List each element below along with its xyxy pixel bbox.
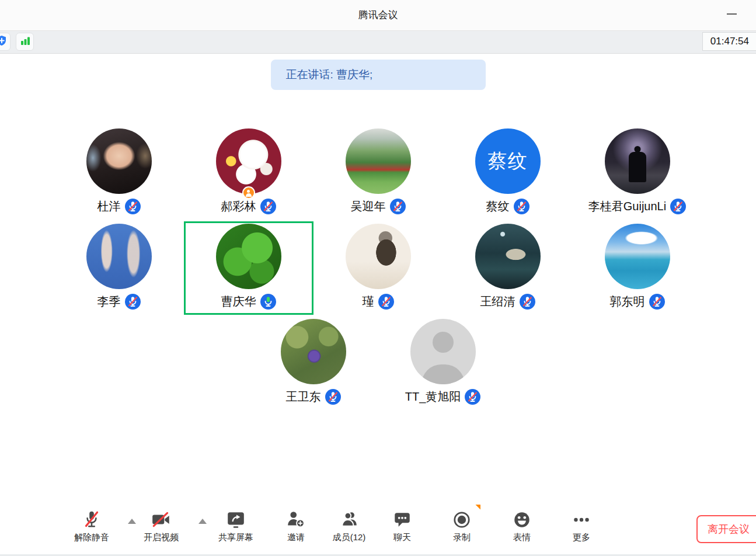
invite-person-plus-icon	[287, 509, 305, 530]
smiley-icon	[513, 509, 531, 530]
title-bar: 腾讯会议	[0, 0, 756, 30]
avatar	[86, 224, 152, 289]
invite-button[interactable]: 邀请	[271, 509, 321, 543]
unmute-label: 解除静音	[74, 532, 109, 543]
participant-tile[interactable]: 杜洋	[54, 126, 184, 220]
name-row: 李桂君GuijunLi	[588, 199, 686, 214]
camera-slash-icon	[151, 509, 172, 530]
name-row: 郝彩林	[221, 199, 276, 214]
participant-tile[interactable]: 瑾	[313, 221, 443, 315]
audio-options-caret-icon[interactable]	[128, 519, 136, 524]
participant-name: 李季	[97, 294, 121, 310]
participant-name: 郭东明	[610, 294, 645, 310]
avatar	[346, 224, 411, 289]
participant-tile[interactable]: 曹庆华	[184, 221, 313, 315]
start-video-button[interactable]: 开启视频	[136, 509, 186, 543]
participant-name: 杜洋	[97, 199, 121, 214]
invite-label: 邀请	[287, 532, 305, 543]
name-row: 李季	[97, 294, 141, 310]
info-strip: 01:47:54	[0, 30, 756, 54]
name-row: 郭东明	[610, 294, 665, 310]
mic-muted-icon	[325, 389, 341, 405]
meeting-window: 腾讯会议 01:47:54 正在讲话: 曹庆华; 杜洋	[0, 0, 756, 556]
maximize-button[interactable]	[749, 0, 756, 27]
signal-bars-icon	[19, 35, 31, 48]
participant-tile[interactable]: 王卫东	[249, 317, 378, 410]
participant-name: 瑾	[363, 294, 374, 310]
mic-muted-icon	[390, 199, 406, 214]
meeting-security-button[interactable]	[0, 33, 11, 51]
participant-name: 王绍清	[480, 294, 515, 310]
participant-tile[interactable]: TT_黄旭阳	[378, 317, 508, 410]
participant-tile[interactable]: 郭东明	[573, 221, 702, 315]
record-label: 录制	[453, 532, 471, 543]
emoji-label: 表情	[513, 532, 531, 543]
mic-muted-icon	[514, 199, 529, 214]
participant-name: 曹庆华	[221, 294, 256, 310]
name-row: 吴迎年	[351, 199, 406, 214]
participant-grid: 杜洋 郝彩林 吴迎年 蔡纹	[0, 126, 756, 410]
avatar: 蔡纹	[475, 128, 541, 194]
mic-muted-icon	[465, 389, 480, 405]
members-label: 成员(12)	[333, 532, 366, 543]
members-button[interactable]: 成员(12)	[324, 509, 374, 543]
leave-meeting-button[interactable]: 离开会议	[696, 515, 756, 543]
record-button[interactable]: NEW 录制	[437, 509, 487, 543]
participant-tile[interactable]: 李季	[54, 221, 184, 315]
avatar	[605, 224, 670, 289]
mic-muted-icon	[125, 294, 141, 310]
avatar	[346, 128, 411, 194]
mic-muted-icon	[520, 294, 535, 310]
participant-row: 杜洋 郝彩林 吴迎年 蔡纹	[0, 126, 756, 220]
new-badge: NEW	[458, 505, 480, 527]
window-title: 腾讯会议	[0, 8, 756, 22]
network-quality-button[interactable]	[16, 33, 34, 51]
name-row: 曹庆华	[221, 294, 276, 310]
chat-label: 聊天	[393, 532, 411, 543]
unmute-button[interactable]: 解除静音	[67, 509, 117, 543]
name-row: 王绍清	[480, 294, 535, 310]
chat-bubble-icon	[393, 509, 412, 530]
members-people-icon	[340, 509, 358, 530]
participant-row: 王卫东 TT_黄旭阳	[0, 317, 756, 410]
name-row: TT_黄旭阳	[405, 389, 481, 405]
participant-name: 王卫东	[286, 389, 321, 405]
participant-tile[interactable]: 王绍清	[443, 221, 573, 315]
participant-row: 李季 曹庆华 瑾	[0, 221, 756, 315]
share-screen-icon	[226, 509, 246, 530]
avatar	[216, 224, 281, 289]
participant-name: 蔡纹	[486, 199, 510, 214]
host-badge-icon	[242, 186, 255, 199]
name-row: 蔡纹	[486, 199, 529, 214]
start-video-label: 开启视频	[144, 532, 179, 543]
emoji-button[interactable]: 表情	[497, 509, 547, 543]
bottom-toolbar: 解除静音 开启视频 共享屏幕 邀请 成员(12)	[0, 505, 756, 554]
mic-muted-icon	[125, 199, 141, 214]
participant-name: 吴迎年	[351, 199, 386, 214]
chat-button[interactable]: 聊天	[377, 509, 427, 543]
mic-muted-icon	[670, 199, 686, 214]
avatar	[281, 319, 346, 384]
mic-muted-icon	[260, 199, 276, 214]
name-row: 杜洋	[97, 199, 141, 214]
avatar	[475, 224, 541, 289]
mic-active-icon	[260, 294, 276, 310]
ellipsis-icon	[572, 509, 591, 530]
shield-icon	[0, 35, 8, 48]
participant-tile[interactable]: 郝彩林	[184, 126, 313, 220]
participant-tile[interactable]: 吴迎年	[313, 126, 443, 220]
mic-muted-icon	[378, 294, 394, 310]
participant-name: 李桂君GuijunLi	[588, 199, 666, 214]
share-screen-label: 共享屏幕	[218, 532, 253, 543]
name-row: 瑾	[363, 294, 394, 310]
name-row: 王卫东	[286, 389, 341, 405]
participant-tile[interactable]: 蔡纹 蔡纹	[443, 126, 573, 220]
avatar	[86, 128, 152, 194]
minimize-button[interactable]	[719, 0, 745, 27]
participant-tile[interactable]: 李桂君GuijunLi	[573, 126, 702, 220]
avatar	[216, 128, 281, 194]
video-options-caret-icon[interactable]	[198, 519, 207, 524]
share-screen-button[interactable]: 共享屏幕	[211, 509, 261, 543]
more-button[interactable]: 更多	[556, 509, 607, 543]
speaking-banner: 正在讲话: 曹庆华;	[271, 60, 486, 90]
